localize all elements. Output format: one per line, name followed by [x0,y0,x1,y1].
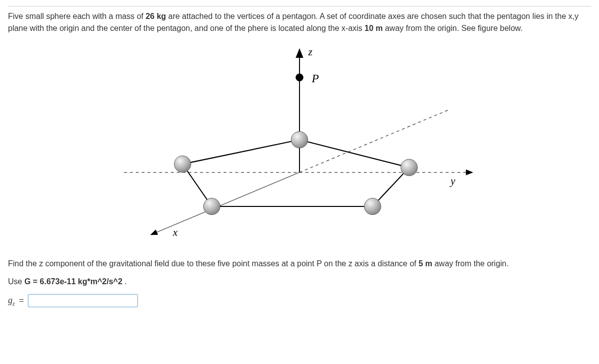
point-p [296,74,303,82]
x-axis-front [151,173,300,235]
find-pre: Find the z component of the gravitationa… [8,259,418,268]
answer-symbol: gz [8,294,15,308]
sphere-4 [204,198,220,214]
sphere-5 [174,156,191,173]
sphere-3 [364,198,381,214]
sphere-1 [291,132,307,148]
find-post: away from the origin. [432,259,509,268]
mass-value: 26 kg [146,12,166,20]
x-axis-label: x [172,226,178,238]
distance-value: 5 m [418,259,432,268]
find-statement: Find the z component of the gravitationa… [8,258,591,270]
point-p-label: P [311,72,318,85]
answer-row: gz = [8,294,591,308]
x-axis-back [300,110,448,173]
intro-pre: Five small sphere each with a mass of [8,12,146,20]
pentagon-figure: y x z P [105,43,494,248]
equals-sign: = [19,294,24,308]
z-axis-label: z [308,46,313,58]
use-post: . [122,277,127,286]
pentagon-outline [183,140,409,206]
use-pre: Use [8,277,24,286]
sphere-2 [401,159,417,176]
symbol-g: g [8,295,12,305]
g-formula: G = 6.673e-11 kg*m^2/s^2 [24,277,122,286]
y-axis-label: y [450,175,456,187]
figure-container: y x z P [8,38,591,258]
gz-input[interactable] [28,294,138,307]
symbol-sub: z [12,300,15,307]
intro-post: away from the origin. See figure below. [383,24,523,32]
radius-value: 10 m [364,24,382,32]
use-line: Use G = 6.673e-11 kg*m^2/s^2 . [8,276,591,288]
top-divider [8,6,591,6]
problem-statement: Five small sphere each with a mass of 26… [8,10,591,34]
